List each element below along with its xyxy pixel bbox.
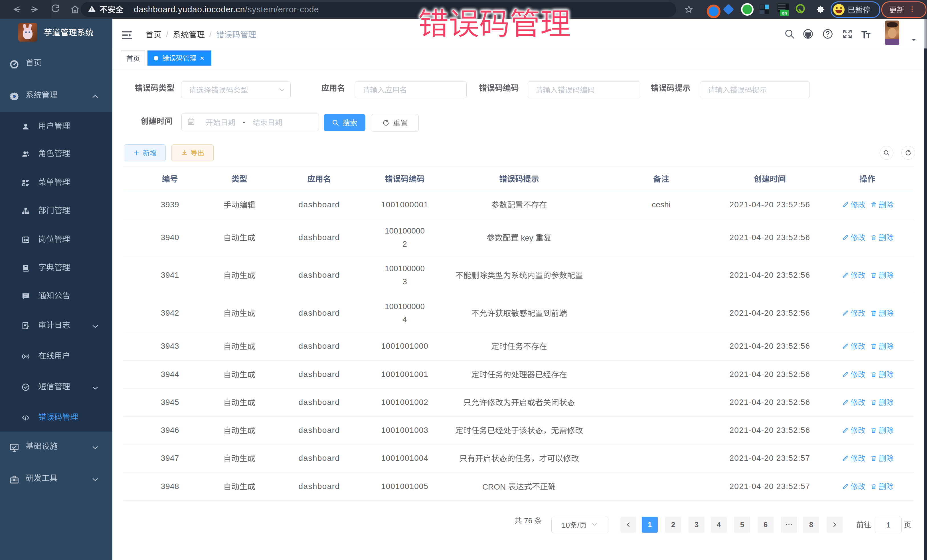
svg-text:CRON: CRON [482, 482, 508, 491]
svg-text:76: 76 [522, 516, 534, 525]
svg-text:/: / [577, 521, 580, 530]
svg-text:key: key [518, 234, 535, 242]
svg-text:10: 10 [562, 521, 570, 530]
